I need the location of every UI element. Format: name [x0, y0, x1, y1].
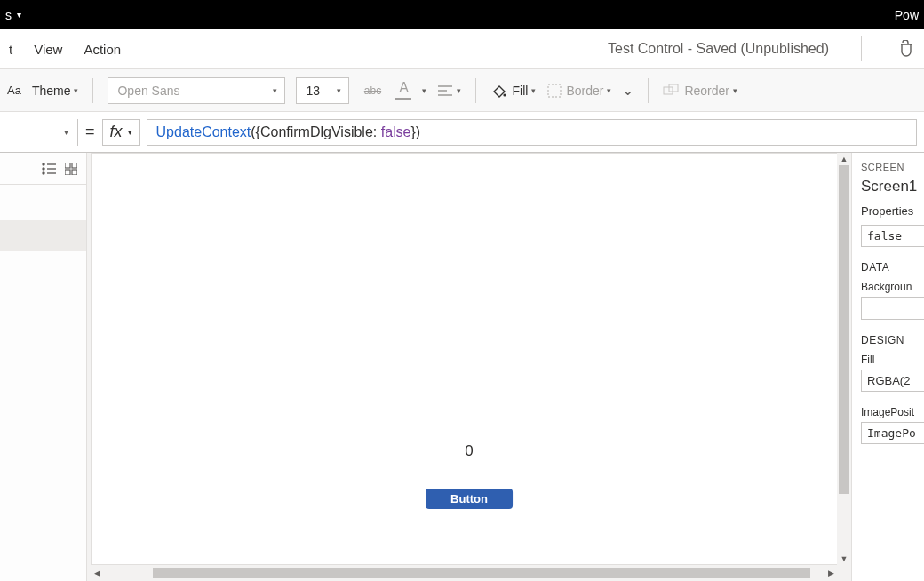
- menu-action[interactable]: Action: [84, 42, 121, 57]
- design-canvas[interactable]: 0 Button: [91, 153, 848, 565]
- scroll-down-icon[interactable]: ▼: [837, 553, 851, 565]
- divider: [861, 36, 862, 61]
- chevron-down-icon: ▾: [607, 86, 611, 95]
- panel-heading: SCREEN: [861, 162, 924, 172]
- fx-label: fx: [110, 123, 123, 141]
- font-size-picker[interactable]: 13 ▾: [296, 77, 349, 104]
- strikethrough-icon[interactable]: abc: [360, 78, 385, 103]
- svg-point-3: [504, 93, 506, 96]
- scroll-left-icon[interactable]: ◀: [91, 565, 103, 581]
- chevron-down-icon: ▾: [64, 127, 68, 137]
- svg-rect-5: [664, 87, 673, 94]
- font-color-picker[interactable]: A: [395, 80, 411, 100]
- formula-colon: :: [373, 124, 381, 140]
- border-label: Border: [566, 84, 603, 98]
- expand-toolbar-icon[interactable]: ⌄: [622, 82, 633, 99]
- background-value-input[interactable]: [861, 297, 924, 320]
- border-picker[interactable]: Border ▾: [546, 83, 611, 99]
- equals-sign: =: [85, 123, 95, 141]
- app-switcher[interactable]: s ▾: [5, 8, 21, 22]
- main-area: 0 Button ▲ ▼ ◀ ▶ SCREEN Screen1 Properti…: [0, 153, 924, 581]
- formula-input[interactable]: UpdateContext({ConfirmDlgVisible: false}…: [147, 119, 917, 146]
- horizontal-scroll-thumb[interactable]: [153, 568, 810, 578]
- fill-value-input[interactable]: RGBA(2 ✋: [861, 370, 924, 392]
- font-size-value: 13: [306, 84, 320, 98]
- property-selector[interactable]: ▾: [7, 119, 78, 146]
- svg-point-11: [43, 172, 44, 174]
- formula-bar: ▾ = fx ▾ UpdateContext({ConfirmDlgVisibl…: [0, 112, 924, 153]
- app-name-fragment: s: [5, 8, 12, 22]
- theme-label: Theme: [32, 84, 71, 98]
- fill-label: Fill: [512, 84, 528, 98]
- menu-bar: t View Action Test Control - Saved (Unpu…: [0, 29, 924, 69]
- separator: [92, 78, 93, 103]
- chevron-down-icon: ▾: [273, 86, 277, 95]
- align-picker[interactable]: ▾: [437, 84, 461, 97]
- tree-panel: [0, 153, 87, 581]
- vertical-scrollbar[interactable]: ▲ ▼: [837, 153, 851, 565]
- chevron-down-icon: ▾: [733, 86, 737, 95]
- section-design: DESIGN: [861, 334, 924, 346]
- fx-button[interactable]: fx ▾: [102, 119, 140, 146]
- formula-open: ({: [251, 124, 260, 140]
- formula-value: false: [381, 124, 411, 140]
- formula-close: }): [410, 124, 420, 140]
- product-label: Pow: [895, 8, 919, 22]
- canvas-button[interactable]: Button: [426, 489, 513, 509]
- screen-name: Screen1: [861, 178, 924, 195]
- tree-spacer: [0, 185, 86, 220]
- formula-function: UpdateContext: [156, 124, 251, 140]
- theme-dropdown[interactable]: Theme ▾: [32, 84, 79, 98]
- scroll-up-icon[interactable]: ▲: [837, 153, 851, 165]
- tree-selected-item[interactable]: [0, 220, 86, 251]
- reorder-icon: [663, 84, 681, 98]
- title-bar: s ▾ Pow: [0, 0, 924, 29]
- reorder-label: Reorder: [684, 84, 729, 98]
- app-checker-icon[interactable]: [897, 40, 915, 58]
- scroll-right-icon[interactable]: ▶: [824, 565, 837, 581]
- fill-value-text: RGBA(2: [867, 374, 910, 387]
- separator: [475, 78, 476, 103]
- fill-label: Fill: [861, 354, 924, 366]
- visible-value-input[interactable]: false: [861, 225, 924, 247]
- menu-item[interactable]: t: [9, 42, 12, 57]
- fill-picker[interactable]: Fill ▾: [490, 82, 536, 99]
- chevron-down-icon: ▾: [531, 86, 536, 95]
- save-status: Test Control - Saved (Unpublished): [608, 41, 829, 57]
- imageposition-label: ImagePosit: [861, 406, 924, 418]
- properties-panel: SCREEN Screen1 Properties false DATA Bac…: [851, 153, 924, 581]
- grid-view-icon[interactable]: [65, 163, 77, 175]
- font-family-value: Open Sans: [117, 84, 179, 98]
- font-color-icon: A: [399, 80, 409, 96]
- svg-rect-16: [72, 170, 77, 175]
- separator: [648, 78, 649, 103]
- vertical-scroll-thumb[interactable]: [839, 165, 849, 494]
- reorder-picker[interactable]: Reorder ▾: [663, 84, 737, 98]
- chevron-down-icon: ▾: [337, 86, 341, 95]
- font-family-picker[interactable]: Open Sans ▾: [108, 77, 285, 104]
- canvas-area: 0 Button ▲ ▼ ◀ ▶: [87, 153, 851, 581]
- svg-rect-6: [669, 84, 678, 92]
- horizontal-scrollbar[interactable]: ◀ ▶: [91, 565, 837, 581]
- menu-view[interactable]: View: [34, 42, 62, 57]
- svg-point-7: [43, 163, 44, 165]
- svg-rect-4: [548, 84, 561, 97]
- svg-rect-14: [72, 163, 77, 168]
- chevron-down-icon: ▾: [74, 86, 78, 95]
- background-label: Backgroun: [861, 281, 924, 293]
- chevron-down-icon: ▾: [128, 128, 132, 137]
- chevron-down-icon[interactable]: ▾: [422, 86, 426, 95]
- chevron-down-icon: ▾: [457, 86, 461, 95]
- section-data: DATA: [861, 261, 924, 274]
- font-size-sample: Aa: [7, 84, 21, 97]
- svg-rect-13: [65, 163, 70, 168]
- svg-rect-15: [65, 170, 70, 175]
- counter-label: 0: [465, 442, 473, 460]
- imageposition-value-input[interactable]: ImagePo: [861, 422, 924, 444]
- format-toolbar: Aa Theme ▾ Open Sans ▾ 13 ▾ abc A ▾ ▾ Fi…: [0, 69, 924, 112]
- tree-panel-tabs: [0, 153, 86, 185]
- color-bar: [395, 98, 411, 100]
- list-view-icon[interactable]: [42, 163, 56, 175]
- align-left-icon: [437, 84, 453, 97]
- properties-tab[interactable]: Properties: [861, 204, 924, 218]
